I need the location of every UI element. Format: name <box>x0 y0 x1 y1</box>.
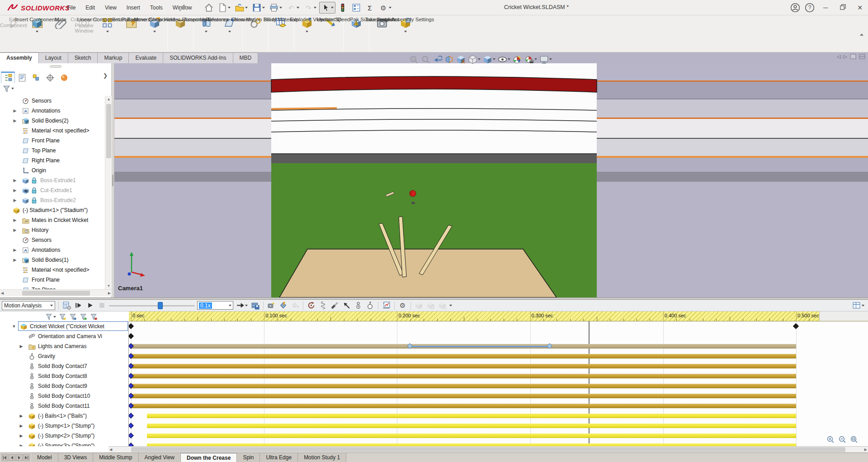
panel-grip[interactable] <box>50 65 61 68</box>
animation-wizard-button[interactable] <box>267 301 276 310</box>
dropdown-caret-icon[interactable] <box>205 31 208 33</box>
dropdown-caret-icon[interactable] <box>245 305 248 306</box>
key-point[interactable] <box>129 423 133 429</box>
scroll-thumb[interactable] <box>106 104 111 158</box>
tree-item-material-not-specified-[interactable]: Material <not specified> <box>0 265 105 275</box>
dropdown-caret-icon[interactable] <box>493 58 495 60</box>
tree-filter-button[interactable] <box>2 84 14 94</box>
motion-item-cricket-wicket-cricket-wicket[interactable]: ▼Cricket Wicket ("Cricket Wicket <box>0 321 129 331</box>
view-tab-model[interactable]: Model <box>31 453 58 462</box>
expand-arrow-icon[interactable]: ▶ <box>19 434 24 438</box>
minimize-button[interactable]: ─ <box>819 4 832 11</box>
filter-selected-button[interactable] <box>79 312 88 321</box>
tree-item-material-not-specified-[interactable]: Material <not specified> <box>0 126 105 136</box>
timeline-bar[interactable] <box>147 434 796 438</box>
scroll-right-icon[interactable]: ▶ <box>108 291 111 295</box>
large-assembly-settings-button[interactable]: Large Assembly Settings <box>394 15 417 52</box>
annotation-view-button[interactable]: A <box>456 55 466 64</box>
timeline-bar[interactable] <box>147 414 796 418</box>
motion-item--bails-1-bails-[interactable]: ▶(-) Bails<1> ("Bails") <box>0 411 129 421</box>
dropdown-caret-icon[interactable] <box>534 58 537 60</box>
dropdown-caret-icon[interactable] <box>245 7 248 9</box>
gravity-tool-button[interactable] <box>365 301 375 310</box>
tree-item-solid-bodies-2-[interactable]: ▶Solid Bodies(2) <box>0 116 105 126</box>
panel-tab-featuremanager[interactable] <box>1 71 15 83</box>
expand-arrow-icon[interactable]: ▶ <box>19 344 24 349</box>
properties-button[interactable]: ⚙ <box>398 301 407 310</box>
tree-item-top-plane[interactable]: Top Plane <box>0 146 105 156</box>
expand-arrow-icon[interactable]: ▶ <box>19 414 24 418</box>
tree-item--stadium-1-stadium-[interactable]: (-) Stadium<1> ("Stadium") <box>0 205 105 215</box>
view-tab-down-the-crease[interactable]: Down the Crease <box>181 453 237 462</box>
tree-item-front-plane[interactable]: Front Plane <box>0 136 105 146</box>
tab-sketch[interactable]: Sketch <box>68 52 98 63</box>
view-tab-ultra-edge[interactable]: Ultra Edge <box>260 453 298 462</box>
view-orientation-button[interactable] <box>468 55 481 64</box>
print-button[interactable] <box>268 2 284 14</box>
home-button[interactable] <box>203 2 215 14</box>
expand-arrow-icon[interactable]: ▶ <box>13 228 17 232</box>
undo-button[interactable]: ↶ <box>285 2 301 14</box>
motion-item-solid-body-contact11[interactable]: Solid Body Contact11 <box>0 401 129 411</box>
expand-arrow-icon[interactable]: ▶ <box>13 178 17 183</box>
slider-handle[interactable] <box>158 302 163 309</box>
timeline-bar[interactable] <box>131 364 796 368</box>
expand-arrow-icon[interactable]: ▶ <box>13 218 17 222</box>
tree-item-top-plane[interactable]: Top Plane <box>0 285 105 289</box>
timeline-bar[interactable] <box>131 354 796 358</box>
tab-layout[interactable]: Layout <box>39 52 68 63</box>
expand-arrow-icon[interactable]: ▶ <box>13 258 17 262</box>
pin-menu-icon[interactable] <box>179 3 188 12</box>
timeline-zoom-out-icon[interactable] <box>838 435 846 443</box>
dropdown-caret-icon[interactable] <box>389 7 392 9</box>
force-button[interactable] <box>342 301 351 310</box>
collapse-ribbon-icon[interactable] <box>860 33 863 36</box>
tree-item-history[interactable]: ▶History <box>0 225 105 235</box>
timeline-bar[interactable] <box>131 374 796 378</box>
dropdown-caret-icon[interactable] <box>36 31 38 33</box>
tree-vertical-scrollbar[interactable]: ▲ ▼ <box>105 96 112 289</box>
playback-mode-button[interactable] <box>236 301 248 310</box>
panel-tab-propertymanager[interactable] <box>15 71 29 83</box>
exploded-view-button[interactable]: Exploded View <box>295 15 319 52</box>
pane-forward-icon[interactable]: ▷ <box>844 54 847 60</box>
panel-tab-displaymanager[interactable] <box>57 71 71 83</box>
dropdown-caret-icon[interactable] <box>331 7 334 9</box>
expand-arrow-icon[interactable]: ▶ <box>13 248 17 252</box>
scroll-up-icon[interactable]: ▲ <box>105 96 112 103</box>
auto-key-button[interactable] <box>278 301 288 310</box>
timeline-position-slider[interactable] <box>109 302 195 310</box>
view-tab-spin[interactable]: Spin <box>237 453 260 462</box>
view-tab-angled-view[interactable]: Angled View <box>139 453 181 462</box>
results-button[interactable] <box>382 301 391 310</box>
tree-item-cut-extrude1[interactable]: ▶Cut-Extrude1 <box>0 185 105 195</box>
tree-item-annotations[interactable]: ▶AAnnotations <box>0 106 105 116</box>
motion-item-orientation-and-camera-vi[interactable]: Orientation and Camera Vi <box>0 331 129 341</box>
filter-driving-button[interactable] <box>68 312 77 321</box>
motion-item--stump-1-stump-[interactable]: ▶(-) Stump<1> ("Stump") <box>0 421 129 431</box>
tree-item-boss-extrude1[interactable]: ▶Boss-Extrude1 <box>0 175 105 185</box>
spring-button[interactable] <box>318 301 328 310</box>
timeline-bar[interactable] <box>131 394 796 398</box>
timeline-bar[interactable] <box>147 424 796 428</box>
tab-mbd[interactable]: MBD <box>233 52 259 63</box>
scroll-left-icon[interactable]: ◀ <box>109 448 112 452</box>
panel-expand-icon[interactable]: ❯ <box>103 72 108 79</box>
motion-item-gravity[interactable]: Gravity <box>0 351 129 361</box>
timeline-tracks[interactable] <box>129 321 868 446</box>
timeline-bar[interactable] <box>131 384 796 388</box>
study-type-select[interactable]: Motion Analysis <box>2 301 55 310</box>
motion-item-solid-body-contact7[interactable]: Solid Body Contact7 <box>0 361 129 371</box>
display-style-button[interactable] <box>483 55 495 64</box>
motion-filter-button[interactable] <box>44 312 57 321</box>
expand-arrow-icon[interactable]: ▶ <box>19 443 24 446</box>
menu-insert[interactable]: Insert <box>122 3 145 13</box>
key-point[interactable] <box>129 443 133 446</box>
hide-show-button[interactable] <box>498 55 510 64</box>
menu-file[interactable]: File <box>62 3 80 13</box>
filter-results-button[interactable] <box>89 312 98 321</box>
apply-scene-button[interactable] <box>524 55 537 64</box>
dropdown-caret-icon[interactable] <box>228 31 231 33</box>
motionmanager-toggle-caret-icon[interactable] <box>862 305 864 306</box>
view-tab-motion-study-1[interactable]: Motion Study 1 <box>298 453 346 462</box>
